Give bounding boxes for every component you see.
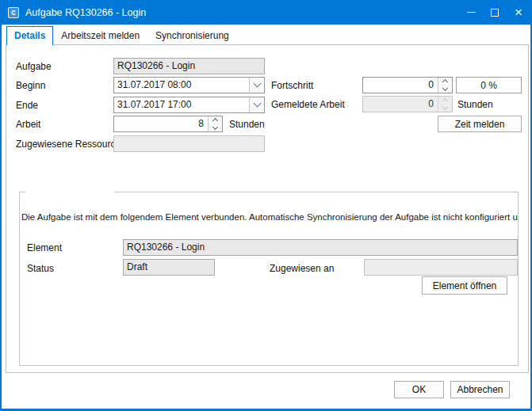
- chevron-up-icon: [442, 79, 448, 85]
- element-field: RQ130266 - Login: [123, 239, 518, 256]
- gemeldete-arbeit-spin-down: [438, 105, 452, 112]
- gemeldete-arbeit-label: Gemeldete Arbeit: [271, 99, 345, 110]
- fortschritt-value[interactable]: 0: [363, 78, 438, 93]
- fortschritt-spin-buttons: [438, 78, 452, 93]
- aufgabe-field: RQ130266 - Login: [113, 58, 265, 74]
- gemeldete-arbeit-spin-buttons: [438, 97, 452, 112]
- beginn-label: Beginn: [16, 80, 45, 91]
- fortschritt-spin-down[interactable]: [438, 86, 452, 93]
- chevron-down-icon: [212, 124, 218, 130]
- ressource-label: Zugewiesene Ressource: [16, 139, 121, 150]
- dialog-window: c Aufgabe RQ130266 - Login × Details Arb…: [0, 0, 532, 411]
- group-box-legend-gap: [25, 191, 114, 193]
- tab-arbeitszeit-melden[interactable]: Arbeitszeit melden: [53, 26, 147, 44]
- arbeit-unit-label: Stunden: [229, 119, 265, 130]
- zugewiesen-an-field: [364, 259, 518, 276]
- gemeldete-arbeit-value: 0: [363, 97, 438, 112]
- chevron-up-icon: [442, 98, 448, 104]
- fortschritt-spin-up[interactable]: [438, 78, 452, 86]
- chevron-down-icon: [442, 105, 448, 110]
- beginn-value[interactable]: 31.07.2017 08:00: [114, 78, 249, 93]
- chevron-up-icon: [212, 118, 218, 124]
- abbrechen-button[interactable]: Abbrechen: [450, 381, 510, 398]
- ressource-field: [113, 135, 265, 152]
- maximize-button[interactable]: [483, 0, 507, 25]
- tab-strip: Details Arbeitszeit melden Synchronisier…: [6, 26, 237, 44]
- arbeit-value[interactable]: 8: [114, 116, 208, 131]
- fortschritt-percent-box: 0 %: [456, 77, 522, 93]
- close-button[interactable]: ×: [507, 0, 530, 25]
- minimize-button[interactable]: [459, 0, 483, 25]
- arbeit-spin-down[interactable]: [209, 124, 222, 132]
- chevron-down-icon: [442, 86, 448, 91]
- gemeldete-arbeit-unit-label: Stunden: [457, 99, 493, 110]
- chevron-down-icon: [253, 80, 261, 88]
- window-controls: ×: [459, 0, 530, 25]
- ende-dropdown-button[interactable]: [249, 97, 264, 112]
- aufgabe-label: Aufgabe: [16, 61, 52, 72]
- zeit-melden-button[interactable]: Zeit melden: [438, 116, 522, 132]
- fortschritt-label: Fortschritt: [271, 80, 313, 91]
- arbeit-spin-up[interactable]: [209, 116, 222, 124]
- arbeit-label: Arbeit: [16, 119, 40, 130]
- ende-label: Ende: [16, 100, 38, 111]
- maximize-icon: [491, 9, 499, 17]
- tab-details[interactable]: Details: [6, 26, 53, 45]
- ende-value[interactable]: 31.07.2017 17:00: [114, 97, 249, 112]
- sync-description: Die Aufgabe ist mit dem folgendem Elemen…: [21, 212, 518, 224]
- element-label: Element: [27, 242, 62, 253]
- element-oeffnen-button[interactable]: Element öffnen: [422, 276, 507, 295]
- gemeldete-arbeit-spin-up: [438, 97, 452, 105]
- gemeldete-arbeit-spinner: 0: [362, 96, 453, 112]
- ende-datetime-picker[interactable]: 31.07.2017 17:00: [113, 97, 265, 113]
- zugewiesen-an-label: Zugewiesen an: [270, 263, 334, 274]
- minimize-icon: [467, 12, 476, 13]
- app-icon: c: [8, 7, 19, 18]
- close-icon: ×: [515, 6, 522, 19]
- status-label: Status: [27, 263, 54, 274]
- title-bar: c Aufgabe RQ130266 - Login ×: [0, 0, 532, 25]
- ok-button[interactable]: OK: [394, 381, 444, 398]
- arbeit-spinner[interactable]: 8: [113, 116, 223, 132]
- chevron-down-icon: [253, 100, 261, 108]
- status-field: Draft: [123, 259, 215, 276]
- tab-synchronisierung[interactable]: Synchronisierung: [147, 26, 237, 44]
- beginn-datetime-picker[interactable]: 31.07.2017 08:00: [113, 77, 265, 93]
- fortschritt-spinner[interactable]: 0: [362, 77, 453, 93]
- beginn-dropdown-button[interactable]: [249, 78, 264, 93]
- window-title: Aufgabe RQ130266 - Login: [25, 7, 146, 18]
- arbeit-spin-buttons: [208, 116, 222, 131]
